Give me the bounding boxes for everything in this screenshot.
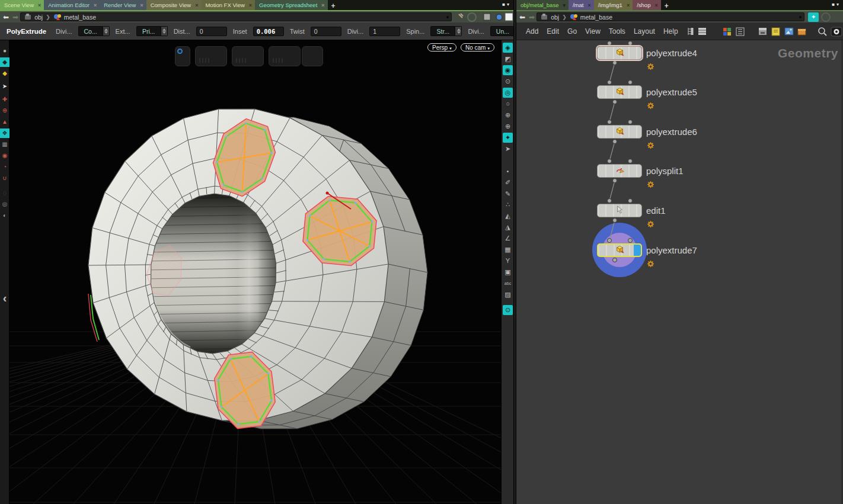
pencil-tool-icon[interactable]: ✎ — [503, 189, 513, 199]
node-polysplit1[interactable] — [597, 164, 642, 178]
forward-arrow-icon[interactable]: ➡ — [12, 13, 18, 21]
tab-geometry-spreadsheet[interactable]: Geometry Spreadsheet× — [255, 0, 328, 10]
circle-box-icon[interactable]: ▣ — [503, 267, 513, 277]
param-input[interactable]: 0.006 — [253, 27, 284, 36]
persp-selector[interactable]: Persp▾ — [427, 43, 456, 52]
dim-tool1-icon[interactable]: ◌ — [0, 188, 9, 198]
param-dropdown[interactable]: Un... — [490, 26, 515, 36]
headlight-icon[interactable]: ○ — [503, 99, 513, 109]
node-label[interactable]: polyextrude6 — [646, 127, 697, 137]
hud-button-4[interactable] — [269, 46, 301, 66]
param-input[interactable]: 1 — [369, 27, 400, 36]
primitive-tool-icon[interactable]: ◆ — [0, 69, 9, 78]
close-tab-icon[interactable]: × — [94, 1, 97, 10]
back-arrow-icon[interactable]: ⬅ — [519, 13, 525, 21]
menu-layout[interactable]: Layout — [634, 27, 655, 36]
path-root[interactable]: obj — [34, 14, 43, 21]
param-dropdown[interactable]: Str... — [430, 26, 455, 36]
add-light-icon[interactable]: ⊕ — [503, 110, 513, 120]
back-arrow-icon[interactable]: ⬅ — [3, 13, 9, 21]
left-path-field[interactable]: obj ❯ metal_base — [20, 12, 452, 21]
tab-animation-editor[interactable]: Animation Editor× — [44, 0, 100, 10]
close-tab-icon[interactable]: × — [195, 1, 198, 10]
select-cursor-icon[interactable]: ➤ — [0, 82, 9, 91]
node-polyextrude5[interactable] — [597, 85, 642, 99]
close-tab-icon[interactable]: × — [249, 1, 252, 10]
pose-tool-icon[interactable]: ▲ — [0, 117, 9, 127]
hud-button-5[interactable] — [302, 46, 323, 66]
spinner-icon[interactable] — [455, 26, 462, 36]
node-label[interactable]: polyextrude5 — [646, 87, 697, 97]
path-node[interactable]: metal_base — [580, 14, 612, 21]
dim-circle-icon[interactable] — [821, 12, 831, 22]
close-tab-icon[interactable]: × — [38, 1, 41, 10]
magnet-tool-icon[interactable]: ∪ — [0, 174, 9, 183]
param-dropdown[interactable]: Co... — [78, 26, 103, 36]
new-tab-button[interactable]: + — [328, 1, 339, 10]
menu-view[interactable]: View — [585, 27, 601, 36]
axis-icon[interactable]: Y — [503, 256, 513, 266]
tab--mat[interactable]: /mat× — [569, 0, 594, 10]
brush-tool-icon[interactable]: ◔ — [0, 162, 9, 172]
param-input[interactable]: 0 — [311, 27, 341, 36]
dot-tool-icon[interactable]: • — [503, 166, 513, 176]
lasso-tool-icon[interactable]: ◉ — [0, 151, 9, 160]
close-tab-icon[interactable]: × — [587, 1, 590, 10]
home-view-icon[interactable]: ◈ — [503, 43, 513, 53]
hud-button-2[interactable] — [195, 46, 227, 66]
node-label[interactable]: edit1 — [646, 206, 666, 216]
network-toolbar-icons[interactable] — [686, 26, 843, 37]
tab-scene-view[interactable]: Scene View× — [0, 0, 44, 10]
right-path-field[interactable]: obj ❯ metal_base — [537, 12, 804, 21]
menu-help[interactable]: Help — [663, 27, 678, 36]
collapse-chevron[interactable]: ‹ — [0, 291, 9, 305]
node-edit1[interactable] — [597, 204, 642, 217]
snapshot-icon[interactable]: ▨ — [503, 290, 513, 300]
node-polyextrude7[interactable] — [597, 243, 642, 257]
tab-dropdown-icon[interactable]: ▾ — [563, 1, 566, 10]
network-overview-icon[interactable]: ✦ — [808, 12, 819, 22]
spinner-icon[interactable] — [103, 26, 110, 36]
select-arrow-icon[interactable]: ➤ — [503, 144, 513, 154]
pen-tool-icon[interactable]: ✐ — [503, 178, 513, 188]
node-polyextrude4[interactable] — [597, 46, 642, 60]
node-label[interactable]: polyextrude7 — [646, 245, 697, 255]
move-tool-icon[interactable]: ✚ — [0, 95, 9, 104]
dim-tool2-icon[interactable]: ◎ — [0, 200, 9, 209]
close-tab-icon[interactable]: × — [654, 1, 657, 10]
tab-obj-metal-base[interactable]: obj/metal_base▾ — [516, 0, 569, 10]
close-tab-icon[interactable]: × — [627, 1, 630, 10]
active-tool-icon[interactable]: ❖ — [0, 129, 9, 138]
new-tab-button[interactable]: + — [661, 1, 672, 10]
dim-tool3-icon[interactable]: ◐ — [0, 211, 9, 220]
tab-motion-fx-view[interactable]: Motion FX View× — [201, 0, 255, 10]
hud-button-1[interactable] — [175, 46, 190, 66]
measure-icon[interactable]: ∠ — [503, 233, 513, 243]
tab-render-view[interactable]: Render View× — [100, 0, 146, 10]
frame-view-icon[interactable]: ◩ — [503, 54, 513, 64]
pane-controls[interactable]: ■▾ — [832, 2, 841, 7]
menu-tools[interactable]: Tools — [609, 27, 625, 36]
lock-camera-icon[interactable]: ◉ — [503, 65, 513, 75]
path-root[interactable]: obj — [551, 14, 559, 21]
network-graph[interactable]: Geometry polyextrude4polyextrude5polyext… — [516, 40, 843, 504]
rotate-tool-icon[interactable]: ⊕ — [0, 106, 9, 115]
add-light2-icon[interactable]: ⊕ — [503, 121, 513, 131]
path-dropdown-dot[interactable] — [799, 16, 802, 18]
param-dropdown[interactable]: Pri... — [136, 26, 161, 36]
tab--img-img1[interactable]: /img/img1× — [594, 0, 633, 10]
close-tab-icon[interactable]: × — [140, 1, 143, 10]
path-dropdown-dot[interactable] — [446, 16, 449, 18]
camera-selector[interactable]: No cam▾ — [461, 43, 494, 52]
menu-add[interactable]: Add — [526, 27, 538, 36]
surface-tool-icon[interactable]: ◆ — [0, 57, 9, 67]
marquee-icon[interactable]: ▦ — [503, 245, 513, 255]
tab-composite-view[interactable]: Composite View× — [146, 0, 202, 10]
pin-bottom-icon[interactable]: ⊙ — [503, 305, 513, 315]
handles-icon[interactable]: ✦ — [503, 133, 513, 143]
node-label[interactable]: polysplit1 — [646, 166, 684, 176]
close-tab-icon[interactable]: × — [321, 1, 324, 10]
display-flag[interactable] — [634, 245, 641, 256]
pane-controls[interactable]: ■▾ — [502, 2, 511, 7]
hud-button-3[interactable] — [232, 46, 264, 66]
